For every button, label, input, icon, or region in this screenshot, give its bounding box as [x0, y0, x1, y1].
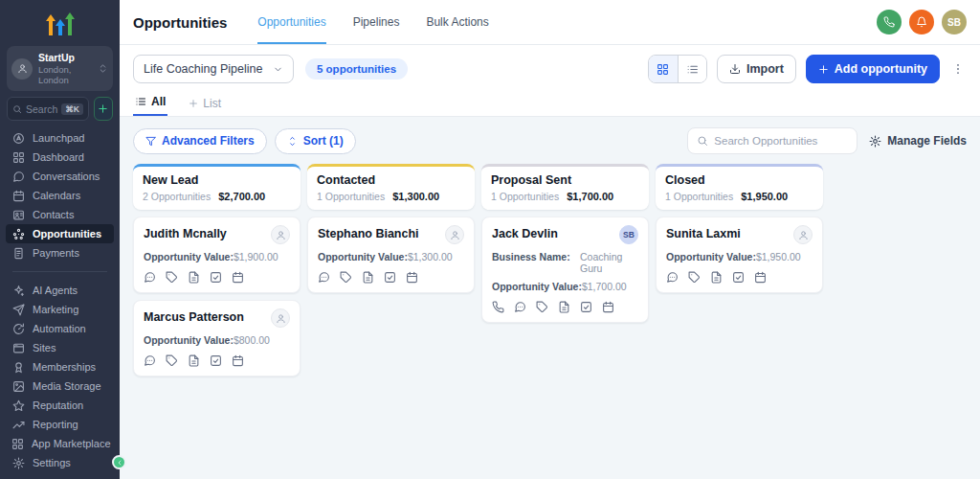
tag-icon[interactable]	[166, 271, 178, 284]
message-icon[interactable]	[666, 271, 679, 284]
app-window: StartUp London, London Search ⌘K Launchp…	[0, 0, 980, 479]
sidebar-item-dashboard[interactable]: Dashboard	[6, 148, 114, 167]
file-icon[interactable]	[558, 301, 570, 313]
header-tab-pipelines[interactable]: Pipelines	[353, 0, 400, 44]
calendar-icon[interactable]	[232, 354, 244, 367]
sidebar-item-launchpad[interactable]: Launchpad	[6, 128, 114, 148]
main-area: Opportunities OpportunitiesPipelinesBulk…	[120, 0, 980, 479]
opportunity-card-sunita-laxmi[interactable]: Sunita LaxmiOpportunity Value:$1,950.00	[656, 217, 823, 293]
opportunity-search-input[interactable]	[714, 135, 848, 147]
sidebar: StartUp London, London Search ⌘K Launchp…	[0, 0, 120, 479]
field-value: $800.00	[234, 334, 270, 346]
tag-icon[interactable]	[340, 271, 352, 284]
agency-switcher[interactable]: StartUp London, London	[7, 46, 113, 91]
sidebar-item-media-storage[interactable]: Media Storage	[6, 376, 114, 396]
message-icon[interactable]	[514, 301, 526, 313]
calendar-icon[interactable]	[406, 271, 418, 284]
tab-add-list[interactable]: List	[187, 97, 223, 116]
task-icon[interactable]	[210, 354, 222, 367]
assignee-avatar-icon[interactable]	[793, 225, 813, 244]
funnel-icon	[145, 136, 156, 147]
assignee-avatar-icon[interactable]	[271, 308, 290, 328]
grid-view-button[interactable]	[649, 56, 678, 82]
tag-icon[interactable]	[536, 301, 548, 313]
message-icon[interactable]	[144, 354, 156, 367]
sidebar-item-payments[interactable]: Payments	[6, 243, 114, 262]
list-view-button[interactable]	[678, 56, 706, 82]
sidebar-collapse-button[interactable]	[112, 455, 126, 469]
sidebar-item-calendars[interactable]: Calendars	[6, 186, 114, 205]
kebab-icon	[951, 62, 965, 76]
notifications-button[interactable]	[909, 10, 934, 34]
sidebar-item-app-marketplace[interactable]: App Marketplace	[6, 434, 114, 453]
card-action-icons	[144, 354, 290, 367]
manage-fields-button[interactable]: Manage Fields	[869, 134, 967, 148]
message-icon[interactable]	[144, 271, 156, 284]
sidebar-item-reporting[interactable]: Reporting	[6, 415, 114, 434]
sort-icon	[287, 136, 298, 147]
sidebar-item-label: Payments	[33, 247, 79, 259]
sidebar-item-automation[interactable]: Automation	[6, 319, 114, 338]
sort-button[interactable]: Sort (1)	[275, 128, 356, 154]
sidebar-item-ai-agents[interactable]: AI Agents	[6, 281, 114, 300]
calendar-icon[interactable]	[602, 301, 614, 313]
opportunity-search	[687, 127, 858, 154]
sidebar-item-opportunities[interactable]: Opportunities	[6, 224, 114, 243]
sites-icon	[11, 342, 25, 354]
more-options-button[interactable]	[949, 60, 967, 78]
task-icon[interactable]	[580, 301, 592, 313]
assignee-avatar-icon[interactable]	[445, 225, 464, 244]
page-title: Opportunities	[133, 14, 227, 31]
calendar-icon[interactable]	[232, 271, 244, 284]
sidebar-item-sites[interactable]: Sites	[6, 338, 114, 357]
sidebar-item-reputation[interactable]: Reputation	[6, 396, 114, 415]
import-button[interactable]: Import	[717, 55, 796, 83]
column-count: 2 Opportunities	[143, 191, 211, 202]
sidebar-item-marketing[interactable]: Marketing	[6, 300, 114, 319]
sidebar-search-input[interactable]: Search ⌘K	[7, 97, 89, 121]
assignee-avatar-icon[interactable]	[271, 225, 290, 244]
sidebar-item-contacts[interactable]: Contacts	[6, 205, 114, 224]
task-icon[interactable]	[384, 271, 396, 284]
sidebar-item-settings[interactable]: Settings	[6, 453, 114, 472]
header-tab-bulk-actions[interactable]: Bulk Actions	[426, 0, 488, 44]
phone-button[interactable]	[877, 10, 902, 34]
task-icon[interactable]	[210, 271, 222, 284]
file-icon[interactable]	[188, 271, 200, 284]
message-icon[interactable]	[318, 271, 330, 284]
sidebar-item-label: Sites	[33, 342, 56, 354]
card-field: Opportunity Value:$1,300.00	[318, 251, 464, 262]
top-header: Opportunities OpportunitiesPipelinesBulk…	[120, 0, 980, 45]
tab-all[interactable]: All	[133, 95, 167, 116]
opportunity-card-marcus-patterson[interactable]: Marcus PattersonOpportunity Value:$800.0…	[133, 300, 301, 376]
tag-icon[interactable]	[688, 271, 701, 284]
sidebar-item-memberships[interactable]: Memberships	[6, 357, 114, 376]
opportunity-card-judith-mcnally[interactable]: Judith McnallyOpportunity Value:$1,900.0…	[133, 217, 301, 293]
task-icon[interactable]	[732, 271, 745, 284]
header-tab-opportunities[interactable]: Opportunities	[257, 0, 325, 44]
assignee-avatar[interactable]: SB	[619, 225, 638, 244]
advanced-filters-button[interactable]: Advanced Filters	[133, 128, 267, 154]
sidebar-item-label: Contacts	[33, 209, 74, 220]
calendar-icon[interactable]	[754, 271, 767, 284]
column-title: Closed	[665, 173, 813, 187]
sidebar-item-label: App Marketplace	[32, 438, 111, 449]
file-icon[interactable]	[362, 271, 374, 284]
highlevel-logo	[0, 0, 120, 42]
opportunity-card-jack-devlin[interactable]: Jack DevlinSBBusiness Name:Coaching Guru…	[481, 217, 649, 323]
opportunity-card-stephano-bianchi[interactable]: Stephano BianchiOpportunity Value:$1,300…	[307, 217, 475, 293]
add-opportunity-button[interactable]: Add opportunity	[806, 55, 940, 83]
sidebar-divider	[12, 271, 107, 272]
file-icon[interactable]	[188, 354, 200, 367]
tag-icon[interactable]	[166, 354, 178, 367]
pipeline-select[interactable]: Life Coaching Pipeline	[133, 55, 294, 83]
field-value: Coaching Guru	[580, 251, 638, 274]
sidebar-quick-add-button[interactable]	[94, 97, 113, 121]
sidebar-item-conversations[interactable]: Conversations	[6, 167, 114, 186]
file-icon[interactable]	[710, 271, 723, 284]
kanban-column-proposal-sent: Proposal Sent1 Opportunities$1,700.00Jac…	[481, 164, 649, 323]
field-label: Opportunity Value:	[318, 251, 408, 262]
phone-icon[interactable]	[492, 301, 504, 313]
opportunity-name: Sunita Laxmi	[666, 225, 741, 240]
user-avatar[interactable]: SB	[942, 10, 967, 34]
